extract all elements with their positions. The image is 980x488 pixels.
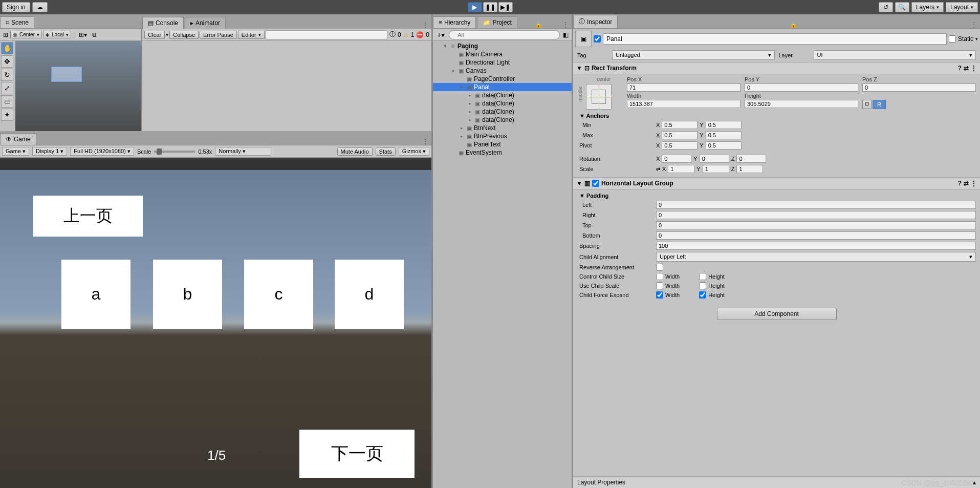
resolution-dropdown[interactable]: Full HD (1920x1080) ▾ <box>70 147 134 156</box>
tag-dropdown[interactable]: Untagged ▾ <box>612 50 775 60</box>
hierarchy-item[interactable]: ▸▣data(Clone) <box>433 108 572 116</box>
rect-tool[interactable]: ▭ <box>1 95 13 108</box>
hierarchy-item[interactable]: ▸▣BtnPrevious <box>433 132 572 140</box>
padding-top[interactable] <box>656 221 976 229</box>
spacing-field[interactable] <box>656 242 976 250</box>
cloud-button[interactable]: ☁ <box>32 2 48 12</box>
tab-scene[interactable]: ⌗Scene <box>0 16 34 28</box>
console-collapse-button[interactable]: Collapse <box>169 31 199 39</box>
layers-dropdown[interactable]: Layers <box>911 2 944 12</box>
anchor-min-x[interactable] <box>662 121 698 129</box>
scale-x[interactable] <box>668 165 694 173</box>
rot-z[interactable] <box>736 155 766 163</box>
info-icon[interactable]: ⓘ <box>388 30 397 39</box>
undo-history-button[interactable]: ↺ <box>879 2 893 12</box>
tab-hierarchy[interactable]: ≡Hierarchy <box>433 16 476 28</box>
warn-icon[interactable]: ⚠ <box>402 31 410 38</box>
gameobject-icon[interactable]: ▣ <box>575 31 592 47</box>
stats-button[interactable]: Stats <box>376 147 396 156</box>
hierarchy-item[interactable]: ▣Directional Light <box>433 58 572 67</box>
rot-y[interactable] <box>700 155 729 163</box>
preset-icon[interactable]: ⇄ <box>964 180 969 187</box>
expand-height-checkbox[interactable] <box>699 291 706 299</box>
grid-snap-icon[interactable]: ⊞▾ <box>77 31 89 38</box>
hierarchy-item[interactable]: ▣EventSystem <box>433 148 572 157</box>
hierarchy-panel-menu[interactable]: ⋮ <box>559 21 572 28</box>
step-button[interactable]: ▶❚ <box>498 2 513 12</box>
gameobject-name-field[interactable] <box>603 33 947 45</box>
hierarchy-item[interactable]: ▸▣data(Clone) <box>433 91 572 99</box>
display-dropdown[interactable]: Display 1 ▾ <box>32 147 67 156</box>
child-alignment-dropdown[interactable]: Upper Left▾ <box>656 252 976 262</box>
help-icon[interactable]: ? <box>958 65 962 72</box>
ctrl-height-checkbox[interactable] <box>699 273 706 280</box>
raw-edit-button[interactable]: R <box>873 100 886 109</box>
draw-mode-icon[interactable]: ⊞ <box>2 31 9 38</box>
mute-audio-button[interactable]: Mute Audio <box>337 147 373 156</box>
search-button[interactable]: 🔍 <box>895 2 909 12</box>
focus-mode-dropdown[interactable]: Normally ▾ <box>215 147 271 156</box>
component-foldout-icon[interactable]: ▼ <box>576 65 582 72</box>
anchor-min-y[interactable] <box>706 121 742 129</box>
hierarchy-item[interactable]: ▸▣data(Clone) <box>433 99 572 108</box>
anchor-max-x[interactable] <box>662 131 698 139</box>
scale-tool[interactable]: ⤢ <box>1 82 13 94</box>
snap-icon[interactable]: ⧉ <box>90 31 99 38</box>
layout-properties-bar[interactable]: Layout Properties ▴ <box>573 476 980 488</box>
height-field[interactable] <box>745 100 858 108</box>
console-panel-menu[interactable]: ⋮ <box>419 22 431 29</box>
transform-tool[interactable]: ✦ <box>1 109 13 121</box>
hierarchy-lock-icon[interactable]: 🔒 <box>532 21 546 28</box>
usescale-height-checkbox[interactable] <box>699 282 706 289</box>
reverse-checkbox[interactable] <box>656 264 663 271</box>
static-checkbox[interactable] <box>949 35 956 43</box>
hierarchy-filter-icon[interactable]: ◧ <box>561 31 571 38</box>
scale-z[interactable] <box>736 165 763 173</box>
error-icon[interactable]: ⛔ <box>415 31 425 38</box>
tab-project[interactable]: 📁Project <box>477 16 517 28</box>
console-errorpause-button[interactable]: Error Pause <box>200 31 237 39</box>
pivot-y[interactable] <box>706 141 742 150</box>
tab-inspector[interactable]: ⓘInspector <box>573 15 618 28</box>
rot-x[interactable] <box>662 155 691 163</box>
prev-page-button[interactable]: 上一页 <box>33 196 143 237</box>
game-dropdown[interactable]: Game ▾ <box>2 147 29 156</box>
hierarchy-item[interactable]: ▸▣Canvas <box>433 67 572 75</box>
posz-field[interactable] <box>862 83 976 92</box>
hierarchy-item[interactable]: ▸▣data(Clone) <box>433 116 572 124</box>
add-component-button[interactable]: Add Component <box>717 308 837 320</box>
gizmos-dropdown[interactable]: Gizmos ▾ <box>399 147 429 156</box>
play-button[interactable]: ▶ <box>468 2 482 12</box>
component-menu-icon[interactable]: ⋮ <box>971 65 977 72</box>
hierarchy-item[interactable]: ▣PageController <box>433 75 572 83</box>
padding-bottom[interactable] <box>656 231 976 240</box>
ctrl-width-checkbox[interactable] <box>656 273 663 280</box>
posx-field[interactable] <box>627 83 741 92</box>
pivot-mode-dropdown[interactable]: ◎Center <box>10 31 42 38</box>
padding-left[interactable] <box>656 201 976 209</box>
pivot-x[interactable] <box>662 141 698 150</box>
hierarchy-item[interactable]: ▣PanelText <box>433 140 572 148</box>
scene-root[interactable]: ▼⛭Paging <box>433 42 572 50</box>
expand-width-checkbox[interactable] <box>656 291 663 299</box>
component-foldout-icon[interactable]: ▼ <box>576 180 582 187</box>
help-icon[interactable]: ? <box>958 180 962 187</box>
layer-dropdown[interactable]: UI ▾ <box>814 50 976 60</box>
next-page-button[interactable]: 下一页 <box>299 430 415 478</box>
move-tool[interactable]: ✥ <box>1 55 13 68</box>
inspector-panel-menu[interactable]: ⋮ <box>968 21 980 28</box>
game-panel-menu[interactable]: ⋮ <box>419 138 431 145</box>
console-editor-dropdown[interactable]: Editor <box>238 31 265 39</box>
scale-slider[interactable] <box>154 151 195 153</box>
anchor-max-y[interactable] <box>706 131 742 139</box>
scale-y[interactable] <box>703 165 729 173</box>
usescale-width-checkbox[interactable] <box>656 282 663 289</box>
tab-console[interactable]: ▤Console <box>142 17 184 29</box>
pivot-rotation-dropdown[interactable]: ◈Local <box>43 31 71 38</box>
inspector-lock-icon[interactable]: 🔒 <box>787 21 800 28</box>
hlg-enabled-checkbox[interactable] <box>592 180 599 187</box>
constrain-scale-icon[interactable]: ⇄ <box>656 166 660 172</box>
hierarchy-search-input[interactable] <box>449 30 560 39</box>
component-menu-icon[interactable]: ⋮ <box>971 180 977 187</box>
posy-field[interactable] <box>745 83 858 92</box>
